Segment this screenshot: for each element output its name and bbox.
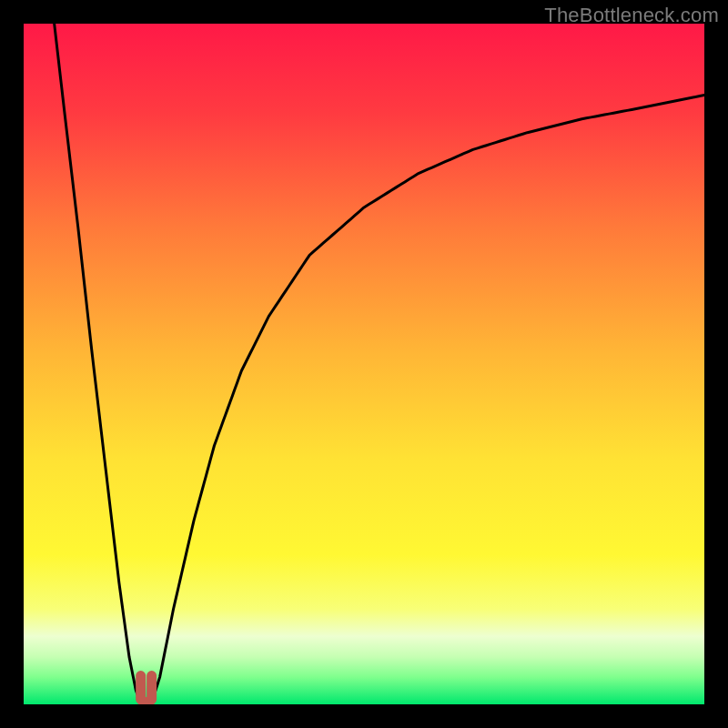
chart-canvas: { "watermark": "TheBottleneck.com", "col… xyxy=(0,0,728,728)
gradient-rect xyxy=(24,24,704,704)
plot-area xyxy=(24,24,704,704)
plot-svg xyxy=(24,24,704,704)
watermark-text: TheBottleneck.com xyxy=(544,4,719,27)
